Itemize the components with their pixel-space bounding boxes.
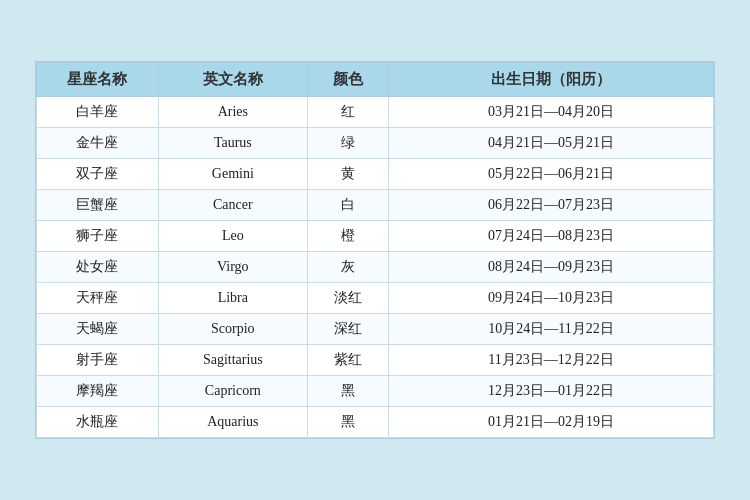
cell-date-5: 08月24日—09月23日: [389, 252, 714, 283]
cell-cn-4: 狮子座: [37, 221, 159, 252]
cell-en-6: Libra: [158, 283, 307, 314]
cell-date-9: 12月23日—01月22日: [389, 376, 714, 407]
cell-color-7: 深红: [307, 314, 388, 345]
header-date: 出生日期（阳历）: [389, 63, 714, 97]
cell-date-6: 09月24日—10月23日: [389, 283, 714, 314]
cell-en-10: Aquarius: [158, 407, 307, 438]
table-row: 水瓶座Aquarius黑01月21日—02月19日: [37, 407, 714, 438]
table-row: 白羊座Aries红03月21日—04月20日: [37, 97, 714, 128]
table-row: 射手座Sagittarius紫红11月23日—12月22日: [37, 345, 714, 376]
table-header-row: 星座名称 英文名称 颜色 出生日期（阳历）: [37, 63, 714, 97]
header-en-name: 英文名称: [158, 63, 307, 97]
cell-date-10: 01月21日—02月19日: [389, 407, 714, 438]
cell-date-1: 04月21日—05月21日: [389, 128, 714, 159]
cell-en-2: Gemini: [158, 159, 307, 190]
cell-date-3: 06月22日—07月23日: [389, 190, 714, 221]
cell-cn-0: 白羊座: [37, 97, 159, 128]
cell-cn-3: 巨蟹座: [37, 190, 159, 221]
cell-cn-6: 天秤座: [37, 283, 159, 314]
cell-en-3: Cancer: [158, 190, 307, 221]
cell-en-7: Scorpio: [158, 314, 307, 345]
cell-en-9: Capricorn: [158, 376, 307, 407]
cell-en-1: Taurus: [158, 128, 307, 159]
cell-date-7: 10月24日—11月22日: [389, 314, 714, 345]
cell-cn-9: 摩羯座: [37, 376, 159, 407]
header-cn-name: 星座名称: [37, 63, 159, 97]
table-body: 白羊座Aries红03月21日—04月20日金牛座Taurus绿04月21日—0…: [37, 97, 714, 438]
table-row: 天蝎座Scorpio深红10月24日—11月22日: [37, 314, 714, 345]
cell-date-2: 05月22日—06月21日: [389, 159, 714, 190]
table-row: 双子座Gemini黄05月22日—06月21日: [37, 159, 714, 190]
table-row: 天秤座Libra淡红09月24日—10月23日: [37, 283, 714, 314]
cell-cn-10: 水瓶座: [37, 407, 159, 438]
cell-date-4: 07月24日—08月23日: [389, 221, 714, 252]
cell-color-10: 黑: [307, 407, 388, 438]
cell-cn-5: 处女座: [37, 252, 159, 283]
cell-en-4: Leo: [158, 221, 307, 252]
table-row: 处女座Virgo灰08月24日—09月23日: [37, 252, 714, 283]
cell-en-8: Sagittarius: [158, 345, 307, 376]
cell-cn-7: 天蝎座: [37, 314, 159, 345]
cell-cn-2: 双子座: [37, 159, 159, 190]
header-color: 颜色: [307, 63, 388, 97]
cell-color-9: 黑: [307, 376, 388, 407]
table-row: 摩羯座Capricorn黑12月23日—01月22日: [37, 376, 714, 407]
cell-color-0: 红: [307, 97, 388, 128]
cell-date-0: 03月21日—04月20日: [389, 97, 714, 128]
table-row: 金牛座Taurus绿04月21日—05月21日: [37, 128, 714, 159]
table-row: 狮子座Leo橙07月24日—08月23日: [37, 221, 714, 252]
zodiac-table-wrapper: 星座名称 英文名称 颜色 出生日期（阳历） 白羊座Aries红03月21日—04…: [35, 61, 715, 439]
cell-date-8: 11月23日—12月22日: [389, 345, 714, 376]
table-row: 巨蟹座Cancer白06月22日—07月23日: [37, 190, 714, 221]
cell-cn-8: 射手座: [37, 345, 159, 376]
cell-en-0: Aries: [158, 97, 307, 128]
cell-color-5: 灰: [307, 252, 388, 283]
cell-color-2: 黄: [307, 159, 388, 190]
cell-color-6: 淡红: [307, 283, 388, 314]
cell-color-8: 紫红: [307, 345, 388, 376]
cell-color-4: 橙: [307, 221, 388, 252]
zodiac-table: 星座名称 英文名称 颜色 出生日期（阳历） 白羊座Aries红03月21日—04…: [36, 62, 714, 438]
cell-en-5: Virgo: [158, 252, 307, 283]
cell-color-1: 绿: [307, 128, 388, 159]
cell-cn-1: 金牛座: [37, 128, 159, 159]
cell-color-3: 白: [307, 190, 388, 221]
